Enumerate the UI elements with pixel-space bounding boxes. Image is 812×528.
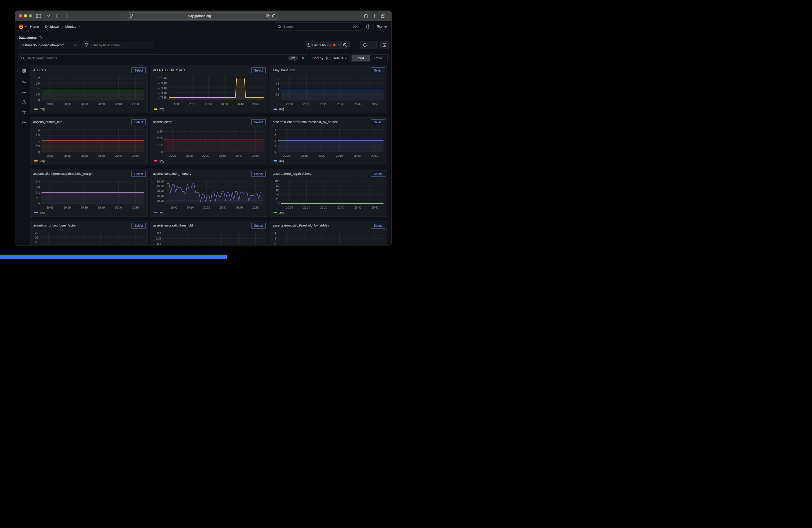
share-icon[interactable] bbox=[364, 14, 368, 18]
view-toggle-grid[interactable]: Grid bbox=[352, 55, 370, 61]
svg-text:20:20: 20:20 bbox=[320, 103, 327, 105]
sort-alpha-desc-icon[interactable]: Z bbox=[22, 89, 26, 94]
svg-text:2 Bil: 2 Bil bbox=[157, 137, 162, 140]
panel-select-button[interactable]: Select bbox=[251, 223, 265, 229]
apps-grid-icon[interactable] bbox=[22, 69, 26, 73]
svg-text:1.5: 1.5 bbox=[36, 134, 40, 137]
svg-text:A: A bbox=[22, 79, 24, 83]
svg-text:20:00: 20:00 bbox=[283, 154, 290, 157]
info-button[interactable] bbox=[380, 41, 389, 49]
svg-text:20:20: 20:20 bbox=[81, 154, 88, 157]
grafana-app: Home › Drilldown › Metrics › Search... ⌘… bbox=[15, 21, 392, 245]
breadcrumb: Home › Drilldown › Metrics › bbox=[30, 25, 80, 29]
sidebar-icon[interactable] bbox=[36, 14, 41, 18]
panel-select-button[interactable]: Select bbox=[251, 68, 265, 73]
refresh-button[interactable] bbox=[361, 41, 369, 49]
tab-overview-icon[interactable] bbox=[381, 14, 385, 18]
svg-text:2: 2 bbox=[275, 243, 276, 245]
legend-color-pill bbox=[34, 160, 38, 161]
label-filter-input[interactable]: Filter by label values bbox=[82, 41, 153, 49]
refresh-interval-dropdown[interactable] bbox=[369, 41, 377, 49]
favorites-star-icon[interactable] bbox=[22, 110, 26, 114]
zoom-out-button[interactable] bbox=[341, 41, 349, 49]
svg-text:0.4: 0.4 bbox=[36, 180, 40, 183]
legend-color-pill bbox=[274, 212, 277, 213]
panel-legend: avg bbox=[270, 211, 387, 214]
metric-panel: asserts:client:error:ratio:threshold_by_… bbox=[270, 117, 387, 165]
minimize-window-button[interactable] bbox=[24, 14, 27, 17]
quick-search-input[interactable]: Quick search metrics... 721 ✕ bbox=[19, 54, 308, 62]
panel-select-button[interactable]: Select bbox=[371, 68, 385, 73]
refresh-icon bbox=[363, 43, 367, 47]
svg-text:20:00: 20:00 bbox=[286, 206, 293, 209]
svg-text:20:10: 20:10 bbox=[301, 154, 308, 157]
svg-text:20:50: 20:50 bbox=[252, 206, 259, 209]
panel-title: asserts:error:ratio:threshold_by_stddev bbox=[273, 223, 329, 227]
svg-text:20:10: 20:10 bbox=[303, 206, 310, 209]
svg-text:1: 1 bbox=[38, 139, 40, 142]
chevron-down-icon bbox=[74, 44, 77, 46]
svg-text:3: 3 bbox=[275, 134, 276, 137]
panel-select-button[interactable]: Select bbox=[371, 119, 385, 125]
forward-icon[interactable] bbox=[66, 14, 69, 18]
grafana-logo[interactable] bbox=[18, 24, 27, 29]
address-bar[interactable]: play.grafana.org A x bbox=[127, 12, 278, 19]
breadcrumb-metrics[interactable]: Metrics bbox=[65, 25, 76, 29]
legend-color-pill bbox=[154, 108, 158, 110]
panel-select-button[interactable]: Select bbox=[371, 171, 385, 177]
sign-in-button[interactable]: Sign in bbox=[377, 25, 387, 28]
breadcrumb-home[interactable]: Home bbox=[30, 25, 39, 29]
svg-text:1 Bil: 1 Bil bbox=[157, 144, 162, 147]
global-search-input[interactable]: Search... ⌘+k bbox=[275, 23, 362, 31]
panel-title: asserts:client:error:ratio:threshold_mar… bbox=[33, 171, 93, 176]
svg-text:20:00: 20:00 bbox=[46, 103, 54, 105]
svg-text:?: ? bbox=[367, 25, 369, 28]
panel-select-button[interactable]: Select bbox=[131, 119, 146, 125]
new-tab-icon[interactable] bbox=[373, 14, 376, 18]
panel-select-button[interactable]: Select bbox=[131, 223, 146, 229]
svg-text:100: 100 bbox=[275, 180, 279, 183]
settings-gear-icon[interactable] bbox=[22, 120, 26, 124]
svg-text:3 Bil: 3 Bil bbox=[157, 130, 162, 133]
panel-select-button[interactable]: Select bbox=[131, 171, 146, 177]
panel-select-button[interactable]: Select bbox=[131, 68, 146, 73]
panel-chart: 20:0020:1020:2020:3020:4020:5000.511.52 bbox=[33, 125, 145, 159]
breadcrumb-drilldown[interactable]: Drilldown bbox=[45, 25, 59, 29]
svg-text:0.5: 0.5 bbox=[36, 145, 40, 148]
view-toggle-rows[interactable]: Rows bbox=[370, 55, 388, 61]
svg-text:20:50: 20:50 bbox=[372, 103, 378, 105]
sort-select[interactable]: Default bbox=[331, 55, 349, 62]
panel-select-button[interactable]: Select bbox=[371, 223, 385, 229]
svg-text:20:40: 20:40 bbox=[354, 103, 362, 105]
svg-text:80 Mil: 80 Mil bbox=[157, 180, 164, 183]
translate-icon[interactable]: A x bbox=[266, 14, 270, 18]
chevron-down-icon[interactable] bbox=[47, 15, 50, 17]
svg-text:20:10: 20:10 bbox=[64, 103, 71, 105]
reload-icon[interactable] bbox=[272, 14, 276, 18]
desktop-accent-bar bbox=[0, 255, 227, 259]
legend-label: avg bbox=[279, 211, 284, 214]
sort-alpha-asc-icon[interactable]: A bbox=[22, 79, 26, 84]
time-range-picker[interactable]: Last 1 hour UTC bbox=[306, 41, 341, 49]
info-icon[interactable] bbox=[39, 36, 42, 40]
svg-text:10: 10 bbox=[35, 245, 38, 245]
panel-legend: avg bbox=[30, 211, 147, 214]
close-window-button[interactable] bbox=[19, 14, 22, 17]
datasource-select[interactable]: grafanacloud-demoinfra-prom bbox=[19, 41, 80, 49]
back-icon[interactable] bbox=[56, 14, 58, 18]
panel-title: asserts_artifact_info bbox=[33, 119, 62, 124]
svg-text:75 Mil: 75 Mil bbox=[157, 185, 164, 188]
legend-color-pill bbox=[154, 160, 158, 161]
svg-text:20:50: 20:50 bbox=[132, 103, 139, 105]
svg-text:0.3: 0.3 bbox=[36, 186, 40, 189]
page-settings-icon[interactable] bbox=[130, 14, 133, 18]
panel-select-button[interactable]: Select bbox=[251, 119, 265, 125]
maximize-window-button[interactable] bbox=[29, 14, 32, 17]
clear-search-icon[interactable]: ✕ bbox=[302, 56, 304, 60]
info-icon[interactable] bbox=[325, 57, 328, 60]
panel-select-button[interactable]: Select bbox=[251, 171, 265, 177]
help-icon[interactable]: ? bbox=[366, 24, 371, 30]
svg-text:20:10: 20:10 bbox=[303, 103, 310, 105]
related-metrics-icon[interactable] bbox=[22, 100, 26, 104]
svg-text:20:00: 20:00 bbox=[286, 103, 293, 105]
